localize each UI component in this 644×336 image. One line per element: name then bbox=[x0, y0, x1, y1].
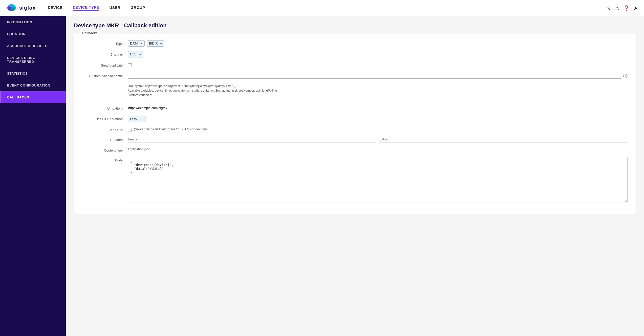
url-hint-line1: URL syntax: http://host/path?id={device}… bbox=[128, 84, 628, 88]
type-select-bidir[interactable]: BIDIR bbox=[147, 40, 164, 47]
logout-icon[interactable]: ➤ bbox=[634, 5, 638, 11]
sidebar: INFORMATION LOCATION ASSOCIATED DEVICES … bbox=[0, 16, 66, 336]
body-textarea[interactable]: { "device":"{device}", "data":"{data}" } bbox=[128, 157, 628, 202]
alert-icon[interactable]: ⚠ bbox=[615, 5, 619, 11]
url-hint-row: URL syntax: http://host/path?id={device}… bbox=[82, 84, 628, 100]
channel-control: URL bbox=[128, 51, 628, 57]
logo-text: sigfox bbox=[19, 5, 36, 11]
callbacks-card: Callbacks Type DATA BIDIR Channel bbox=[74, 34, 636, 214]
sigfox-logo-icon bbox=[6, 3, 17, 14]
nav-device[interactable]: DEVICE bbox=[48, 5, 63, 11]
send-sni-checkbox[interactable] bbox=[128, 128, 132, 132]
url-hint: URL syntax: http://host/path?id={device}… bbox=[128, 84, 628, 97]
sidebar-item-location[interactable]: LOCATION bbox=[0, 28, 66, 40]
channel-select[interactable]: URL bbox=[128, 51, 143, 57]
custom-payload-row: Custom payload config ⓘ bbox=[82, 73, 628, 79]
channel-row: Channel URL bbox=[82, 51, 628, 57]
http-method-label: Use HTTP Method bbox=[82, 116, 128, 121]
sidebar-item-statistics[interactable]: STATISTICS bbox=[0, 68, 66, 79]
type-select-data[interactable]: DATA bbox=[128, 40, 145, 47]
callbacks-legend: Callbacks bbox=[80, 31, 100, 35]
body-control: { "device":"{device}", "data":"{data}" } bbox=[128, 157, 628, 203]
send-duplicate-checkbox[interactable] bbox=[128, 63, 132, 67]
custom-payload-control: ⓘ bbox=[128, 73, 628, 79]
layout: INFORMATION LOCATION ASSOCIATED DEVICES … bbox=[0, 16, 644, 336]
nav-group[interactable]: GROUP bbox=[131, 5, 145, 11]
help-icon[interactable]: ❓ bbox=[623, 5, 630, 11]
sidebar-item-devices-being-transferred[interactable]: DEVICES BEING TRANSFERRED bbox=[0, 52, 66, 68]
sidebar-item-information[interactable]: INFORMATION bbox=[0, 16, 66, 28]
headers-row: Headers bbox=[82, 136, 628, 142]
header-key-input[interactable] bbox=[128, 136, 376, 142]
nav-device-type[interactable]: DEVICE TYPE bbox=[73, 5, 99, 11]
content-type-control: application/json bbox=[128, 147, 628, 151]
url-pattern-control bbox=[128, 105, 628, 111]
headers-label: Headers bbox=[82, 136, 128, 142]
url-pattern-row: Url pattern bbox=[82, 105, 628, 111]
http-method-select[interactable]: POST bbox=[128, 116, 145, 122]
send-sni-control: (Server Name Indication) for SSL/TLS con… bbox=[128, 127, 628, 132]
send-duplicate-control bbox=[128, 62, 628, 68]
http-method-row: Use HTTP Method POST bbox=[82, 116, 628, 122]
type-label: Type bbox=[82, 40, 128, 46]
send-sni-label: Send SNI bbox=[82, 127, 128, 132]
content-type-row: Content type application/json bbox=[82, 147, 628, 152]
user-icon[interactable]: ⚔ bbox=[606, 5, 611, 11]
send-duplicate-label: Send duplicate bbox=[82, 62, 128, 67]
content-type-label: Content type bbox=[82, 147, 128, 152]
body-label: Body bbox=[82, 157, 128, 162]
nav-links: DEVICE DEVICE TYPE USER GROUP bbox=[48, 5, 606, 11]
body-row: Body { "device":"{device}", "data":"{dat… bbox=[82, 157, 628, 203]
channel-label: Channel bbox=[82, 51, 128, 56]
url-pattern-label: Url pattern bbox=[82, 105, 128, 110]
main-content: Device type MKR - Callback edition Callb… bbox=[66, 16, 644, 336]
http-method-control: POST bbox=[128, 116, 628, 122]
url-hint-line2: Available variables: device, time, dupli… bbox=[128, 88, 628, 93]
header-value-input[interactable] bbox=[379, 136, 628, 142]
type-control: DATA BIDIR bbox=[128, 40, 628, 47]
top-nav: sigfox DEVICE DEVICE TYPE USER GROUP ⚔ ⚠… bbox=[0, 0, 644, 16]
custom-payload-label: Custom payload config bbox=[82, 73, 128, 78]
page-title: Device type MKR - Callback edition bbox=[74, 22, 636, 29]
sidebar-item-associated-devices[interactable]: ASSOCIATED DEVICES bbox=[0, 40, 66, 52]
nav-icons: ⚔ ⚠ ❓ ➤ bbox=[606, 5, 638, 11]
custom-payload-help-icon[interactable]: ⓘ bbox=[623, 73, 628, 79]
custom-payload-input[interactable] bbox=[128, 73, 621, 79]
send-duplicate-row: Send duplicate bbox=[82, 62, 628, 68]
type-row: Type DATA BIDIR bbox=[82, 40, 628, 47]
logo-area: sigfox bbox=[6, 3, 36, 14]
sidebar-item-callbacks[interactable]: CALLBACKS bbox=[0, 91, 66, 103]
sidebar-item-event-configuration[interactable]: EVENT CONFIGURATION bbox=[0, 79, 66, 91]
send-sni-text: (Server Name Indication) for SSL/TLS con… bbox=[134, 127, 208, 131]
url-hint-line3: Custom variables: bbox=[128, 93, 628, 97]
nav-user[interactable]: USER bbox=[109, 5, 120, 11]
headers-control bbox=[128, 136, 628, 142]
url-pattern-input[interactable] bbox=[128, 105, 234, 111]
send-sni-row: Send SNI (Server Name Indication) for SS… bbox=[82, 127, 628, 132]
content-type-value: application/json bbox=[128, 146, 151, 151]
